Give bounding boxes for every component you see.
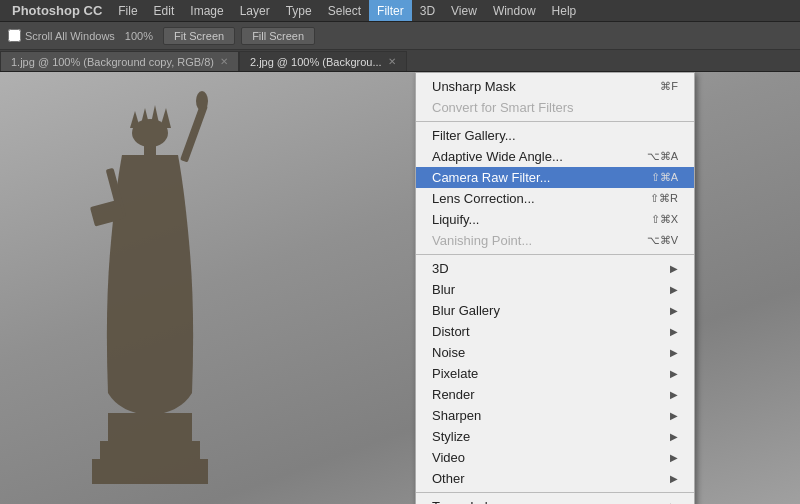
menu-layer[interactable]: Layer bbox=[232, 0, 278, 21]
tab-1-close[interactable]: ✕ bbox=[220, 56, 228, 67]
app-brand: Photoshop CC bbox=[4, 3, 110, 18]
filter-video[interactable]: Video ▶ bbox=[416, 447, 694, 468]
menu-help[interactable]: Help bbox=[544, 0, 585, 21]
filter-section-2: Filter Gallery... Adaptive Wide Angle...… bbox=[416, 122, 694, 255]
filter-gallery[interactable]: Filter Gallery... bbox=[416, 125, 694, 146]
scroll-all-windows-label: Scroll All Windows bbox=[25, 30, 115, 42]
scroll-all-windows-checkbox[interactable] bbox=[8, 29, 21, 42]
filter-convert-smart: Convert for Smart Filters bbox=[416, 97, 694, 118]
svg-point-1 bbox=[196, 91, 208, 111]
svg-rect-0 bbox=[180, 103, 208, 162]
filter-stylize[interactable]: Stylize ▶ bbox=[416, 426, 694, 447]
fill-screen-button[interactable]: Fill Screen bbox=[241, 27, 315, 45]
menu-3d[interactable]: 3D bbox=[412, 0, 443, 21]
menu-file[interactable]: File bbox=[110, 0, 145, 21]
filter-render[interactable]: Render ▶ bbox=[416, 384, 694, 405]
fit-screen-button[interactable]: Fit Screen bbox=[163, 27, 235, 45]
filter-topaz-labs[interactable]: Topaz Labs ▶ bbox=[416, 496, 694, 504]
filter-section-4: Topaz Labs ▶ bbox=[416, 493, 694, 504]
filter-unsharp-mask[interactable]: Unsharp Mask ⌘F bbox=[416, 76, 694, 97]
svg-point-6 bbox=[132, 119, 168, 147]
statue-svg bbox=[50, 72, 250, 504]
filter-blur-gallery[interactable]: Blur Gallery ▶ bbox=[416, 300, 694, 321]
tab-2-label: 2.jpg @ 100% (Backgrou... bbox=[250, 56, 382, 68]
statue-container bbox=[50, 72, 350, 504]
filter-3d[interactable]: 3D ▶ bbox=[416, 258, 694, 279]
filter-lens-correction[interactable]: Lens Correction... ⇧⌘R bbox=[416, 188, 694, 209]
zoom-value: 100% bbox=[125, 30, 153, 42]
menu-edit[interactable]: Edit bbox=[146, 0, 183, 21]
tab-1[interactable]: 1.jpg @ 100% (Background copy, RGB/8) ✕ bbox=[0, 51, 239, 71]
tab-1-label: 1.jpg @ 100% (Background copy, RGB/8) bbox=[11, 56, 214, 68]
menu-image[interactable]: Image bbox=[182, 0, 231, 21]
filter-section-1: Unsharp Mask ⌘F Convert for Smart Filter… bbox=[416, 73, 694, 122]
toolbar: Scroll All Windows 100% Fit Screen Fill … bbox=[0, 22, 800, 50]
filter-section-3: 3D ▶ Blur ▶ Blur Gallery ▶ Distort ▶ Noi… bbox=[416, 255, 694, 493]
filter-other[interactable]: Other ▶ bbox=[416, 468, 694, 489]
menu-type[interactable]: Type bbox=[278, 0, 320, 21]
svg-rect-12 bbox=[92, 459, 208, 484]
tab-2-close[interactable]: ✕ bbox=[388, 56, 396, 67]
svg-rect-10 bbox=[108, 413, 192, 443]
filter-dropdown[interactable]: Unsharp Mask ⌘F Convert for Smart Filter… bbox=[415, 72, 695, 504]
filter-vanishing-point: Vanishing Point... ⌥⌘V bbox=[416, 230, 694, 251]
filter-pixelate[interactable]: Pixelate ▶ bbox=[416, 363, 694, 384]
menu-window[interactable]: Window bbox=[485, 0, 544, 21]
filter-camera-raw[interactable]: Camera Raw Filter... ⇧⌘A bbox=[416, 167, 694, 188]
filter-sharpen[interactable]: Sharpen ▶ bbox=[416, 405, 694, 426]
menu-view[interactable]: View bbox=[443, 0, 485, 21]
svg-rect-11 bbox=[100, 441, 200, 461]
menubar: Photoshop CC File Edit Image Layer Type … bbox=[0, 0, 800, 22]
filter-adaptive-wide-angle[interactable]: Adaptive Wide Angle... ⌥⌘A bbox=[416, 146, 694, 167]
canvas-area: Unsharp Mask ⌘F Convert for Smart Filter… bbox=[0, 72, 800, 504]
filter-blur[interactable]: Blur ▶ bbox=[416, 279, 694, 300]
filter-noise[interactable]: Noise ▶ bbox=[416, 342, 694, 363]
filter-distort[interactable]: Distort ▶ bbox=[416, 321, 694, 342]
svg-rect-7 bbox=[144, 143, 156, 155]
menu-filter[interactable]: Filter bbox=[369, 0, 412, 21]
tabs-bar: 1.jpg @ 100% (Background copy, RGB/8) ✕ … bbox=[0, 50, 800, 72]
filter-liquify[interactable]: Liquify... ⇧⌘X bbox=[416, 209, 694, 230]
tab-2[interactable]: 2.jpg @ 100% (Backgrou... ✕ bbox=[239, 51, 407, 71]
scroll-all-windows-control[interactable]: Scroll All Windows bbox=[8, 29, 115, 42]
menu-select[interactable]: Select bbox=[320, 0, 369, 21]
